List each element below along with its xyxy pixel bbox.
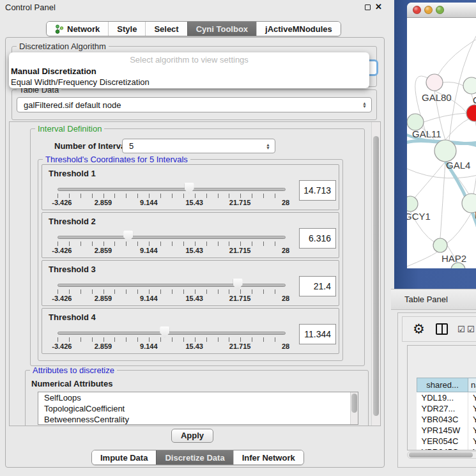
minimize-traffic-light[interactable] <box>424 6 433 14</box>
network-node-label: HAP2 <box>441 253 466 264</box>
table-cell[interactable]: YDL1 <box>468 392 476 403</box>
network-edge[interactable] <box>424 113 466 122</box>
table-panel-title: Table Panel <box>404 295 448 304</box>
tab-label: Impute Data <box>100 453 148 463</box>
threshold-3-box: Threshold 3-3.4262.8599.14415.4321.71528… <box>42 260 339 306</box>
slider-ticks <box>58 194 286 198</box>
tick-label: 15.43 <box>185 295 203 302</box>
split-columns-icon[interactable] <box>436 323 448 335</box>
tick-label: 21.715 <box>229 295 251 302</box>
table-cell[interactable]: YDL19... <box>417 392 468 403</box>
table-scrollbar-thumb[interactable] <box>409 452 473 457</box>
network-edge[interactable] <box>434 28 476 82</box>
column-header-name[interactable]: na <box>468 378 476 392</box>
settings-scrollbar[interactable] <box>371 122 380 426</box>
slider-ticks <box>58 242 286 246</box>
float-window-icon[interactable] <box>365 4 371 10</box>
network-node-gal80[interactable] <box>426 74 443 91</box>
network-node-c[interactable] <box>466 105 476 121</box>
table-horizontal-scrollbar[interactable] <box>407 451 476 459</box>
network-edge[interactable] <box>447 213 472 243</box>
tab-select[interactable]: Select <box>145 22 187 36</box>
tab-impute-data[interactable]: Impute Data <box>92 450 156 464</box>
table-cell[interactable]: YBR0 <box>468 414 476 425</box>
checked-checkbox-icon[interactable]: ☑ <box>457 325 465 334</box>
network-node-gal4[interactable] <box>434 140 456 162</box>
tab-style[interactable]: Style <box>108 22 145 36</box>
algorithm-option-1[interactable]: Equal Width/Frequency Discretization <box>9 77 369 88</box>
table-row[interactable]: YER054CYER0 <box>417 436 476 447</box>
zoom-traffic-light[interactable] <box>436 6 444 14</box>
threshold-slider-track[interactable] <box>58 188 286 191</box>
threshold-label: Threshold 1 <box>49 169 96 178</box>
column-header-shared-name[interactable]: shared... <box>417 378 468 392</box>
network-canvas[interactable]: GAL80GACGAL11GAL4GCY1HHAP2 <box>407 19 476 268</box>
network-node-ga[interactable] <box>463 77 476 94</box>
table-row[interactable]: YPR145WYPR1 <box>417 425 476 436</box>
gear-icon[interactable]: ⚙ <box>413 320 425 338</box>
table-cell[interactable]: YBR043C <box>417 414 468 425</box>
threshold-slider-track[interactable] <box>58 236 286 239</box>
network-node-gcy1[interactable] <box>407 196 418 211</box>
settings-scrollbar-thumb[interactable] <box>373 136 379 416</box>
thresholds-group-title: Threshold's Coordinates for 5 Intervals <box>43 155 190 164</box>
attributes-scrollbar[interactable] <box>350 392 358 424</box>
threshold-slider-thumb[interactable] <box>160 326 169 338</box>
network-edge[interactable] <box>412 162 445 201</box>
network-edge[interactable] <box>445 119 469 140</box>
num-intervals-combobox[interactable]: 5 ▲▼ <box>122 139 275 153</box>
close-traffic-light[interactable] <box>413 6 421 14</box>
threshold-value-field[interactable]: 6.316 <box>299 228 336 249</box>
tab-infer-network[interactable]: Infer Network <box>233 450 303 464</box>
table-data-combobox[interactable]: galFiltered.sif default node ▲▼ <box>17 97 372 112</box>
table-row[interactable]: YDR27...YDR2 <box>417 403 476 414</box>
threshold-slider-track[interactable] <box>58 332 286 335</box>
network-edge[interactable] <box>443 82 463 86</box>
tab-network[interactable]: Network <box>47 22 108 36</box>
threshold-slider-thumb[interactable] <box>233 279 243 290</box>
close-icon[interactable]: ✕ <box>375 2 382 12</box>
tick-label: 21.715 <box>229 199 251 206</box>
interval-definition-title: Interval Definition <box>35 125 104 133</box>
algorithm-dropdown-popup: Select algorithm to view settings Manual… <box>9 52 369 88</box>
tick-label: 28 <box>282 199 289 206</box>
numerical-attributes-list[interactable]: SelfLoopsTopologicalCoefficientBetweenne… <box>38 392 358 425</box>
tab-jactivemnodules[interactable]: jActiveMNodules <box>256 22 341 36</box>
attribute-list-item[interactable]: TopologicalCoefficient <box>38 403 358 414</box>
checked-checkbox-icon[interactable]: ☑ <box>467 325 475 334</box>
table-cell[interactable]: YBR0 <box>468 447 476 451</box>
table-cell[interactable]: YPR1 <box>468 425 476 436</box>
network-edge[interactable] <box>440 162 445 238</box>
tab-discretize-data[interactable]: Discretize Data <box>156 450 233 464</box>
table-cell[interactable]: YER0 <box>468 436 476 447</box>
threshold-slider-thumb[interactable] <box>123 231 133 242</box>
tab-cyni-toolbox[interactable]: Cyni Toolbox <box>187 22 256 36</box>
attributes-scrollbar-thumb[interactable] <box>351 394 357 413</box>
network-icon <box>55 24 64 34</box>
threshold-value-field[interactable]: 14.713 <box>299 180 336 201</box>
network-edge[interactable] <box>472 121 476 203</box>
table-cell[interactable]: YDR2 <box>468 403 476 414</box>
table-cell[interactable]: YDR27... <box>417 403 468 414</box>
algorithm-option-0[interactable]: Manual Discretization <box>9 66 369 77</box>
num-intervals-label: Number of Intervals <box>54 141 132 151</box>
table-data-value: galFiltered.sif default node <box>24 100 121 110</box>
network-node-hap2[interactable] <box>433 238 447 252</box>
threshold-slider-thumb[interactable] <box>185 183 194 194</box>
apply-button[interactable]: Apply <box>171 429 213 443</box>
table-row[interactable]: YDL19...YDL1 <box>417 392 476 403</box>
attribute-list-item[interactable]: BetweennessCentrality <box>38 414 358 425</box>
attribute-list-item[interactable]: SelfLoops <box>38 392 358 403</box>
table-row[interactable]: YBR043CYBR0 <box>417 414 476 425</box>
table-cell[interactable]: YER054C <box>417 436 468 447</box>
table-cell[interactable]: YBR045C <box>417 447 468 451</box>
network-edge[interactable] <box>407 250 440 268</box>
threshold-value-field[interactable]: 21.4 <box>299 276 336 296</box>
tick-label: 15.43 <box>185 342 203 350</box>
table-cell[interactable]: YPR145W <box>417 425 468 436</box>
threshold-slider-track[interactable] <box>58 284 286 287</box>
algorithm-prompt-option[interactable]: Select algorithm to view settings <box>9 54 369 66</box>
threshold-value-field[interactable]: 11.344 <box>299 324 336 344</box>
tick-label: 28 <box>282 295 289 302</box>
table-row[interactable]: YBR045CYBR0 <box>417 447 476 451</box>
